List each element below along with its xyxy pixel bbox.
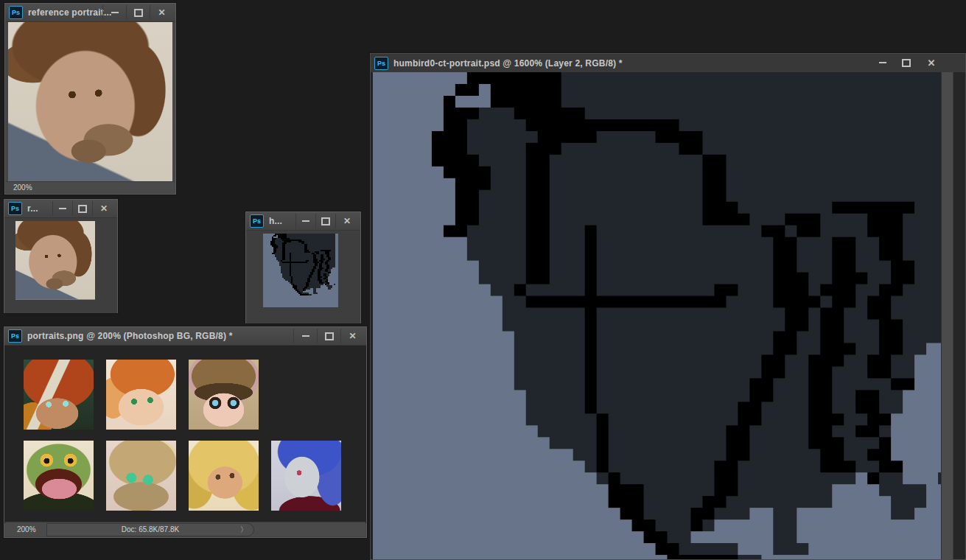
close-button[interactable]: ✕ [340,329,364,343]
minimize-icon [59,208,66,209]
window-title: r... [27,203,38,214]
photoshop-file-icon: Ps [8,202,22,215]
window-right-edge [953,72,965,559]
titlebar-main-psd[interactable]: Ps humbird0-ct-portrait.psd @ 1600% (Lay… [371,54,965,73]
portrait-lucca[interactable] [189,360,259,430]
maximize-button[interactable] [126,5,150,20]
photoshop-file-icon: Ps [8,329,22,343]
minimize-button[interactable] [102,5,126,20]
portrait-grid [24,360,341,511]
window-title: h... [269,216,282,226]
window-sketch-thumb: Ps h... ✕ [245,211,361,323]
maximize-icon [321,217,330,225]
maximize-button[interactable] [315,214,335,228]
doc-size-label: Doc: 65.8K/87.8K [122,525,179,533]
reference-portrait-small-image[interactable] [15,221,95,300]
close-icon: ✕ [928,57,936,69]
portrait-frog[interactable] [24,441,94,511]
portrait-empty-slot [271,360,341,430]
titlebar-reference-portrait[interactable]: Ps reference portrait... ✕ [5,4,175,22]
vertical-scrollbar[interactable] [941,72,953,559]
maximize-icon [134,9,143,17]
reference-portrait-image[interactable] [8,22,172,183]
window-reference-portrait: Ps reference portrait... ✕ 200% [4,3,176,195]
pixel-art-canvas[interactable] [373,72,941,559]
document-area[interactable] [4,346,366,523]
window-title: portraits.png @ 200% (Photoshop BG, RGB/… [27,331,233,341]
minimize-button[interactable] [870,55,894,70]
minimize-button[interactable] [295,214,315,228]
sketch-thumbnail-image[interactable] [263,234,338,307]
portrait-robo[interactable] [106,441,176,511]
document-area[interactable] [4,218,117,313]
close-button[interactable]: ✕ [92,201,115,216]
close-button[interactable]: ✕ [150,5,173,20]
close-icon: ✕ [100,203,108,214]
portrait-crono[interactable] [24,360,94,430]
close-icon: ✕ [158,7,165,18]
zoom-level: 200% [13,183,32,192]
minimize-icon [302,220,309,222]
photoshop-file-icon: Ps [374,57,388,70]
statusbar: 200% [6,181,175,193]
close-button[interactable]: ✕ [335,214,358,228]
titlebar-sketch-thumb[interactable]: Ps h... ✕ [246,212,360,231]
maximize-icon [325,332,334,340]
maximize-icon [78,205,87,213]
photoshop-file-icon: Ps [9,6,23,19]
titlebar-portraits[interactable]: Ps portraits.png @ 200% (Photoshop BG, R… [4,327,366,346]
photoshop-file-icon: Ps [250,214,264,228]
document-area[interactable] [246,231,360,323]
minimize-icon [879,62,886,63]
maximize-icon [902,59,911,67]
portrait-magus[interactable] [271,441,341,511]
close-icon: ✕ [343,216,351,226]
minimize-icon [111,12,119,13]
minimize-icon [302,335,309,337]
portrait-marle[interactable] [106,360,176,430]
chevron-right-icon[interactable]: 〉 [240,525,248,535]
close-icon: ✕ [349,331,356,341]
titlebar-reference-small[interactable]: Ps r... ✕ [4,200,117,218]
portrait-ayla[interactable] [189,441,259,511]
document-area[interactable] [5,22,175,183]
document-area [371,72,965,559]
statusbar: 200% Doc: 65.8K/87.8K 〉 [5,522,365,536]
minimize-button[interactable] [293,329,317,343]
maximize-button[interactable] [317,329,340,343]
window-title: humbird0-ct-portrait.psd @ 1600% (Layer … [393,58,623,69]
window-portraits: Ps portraits.png @ 200% (Photoshop BG, R… [4,326,367,538]
window-title: reference portrait... [28,7,112,18]
doc-size-field[interactable]: Doc: 65.8K/87.8K 〉 [46,523,254,536]
zoom-level: 200% [17,525,43,533]
minimize-button[interactable] [52,201,72,216]
window-reference-small: Ps r... ✕ [4,199,118,313]
close-button[interactable]: ✕ [917,55,945,70]
maximize-button[interactable] [72,201,92,216]
maximize-button[interactable] [894,55,917,70]
window-main-psd: Ps humbird0-ct-portrait.psd @ 1600% (Lay… [370,53,966,560]
